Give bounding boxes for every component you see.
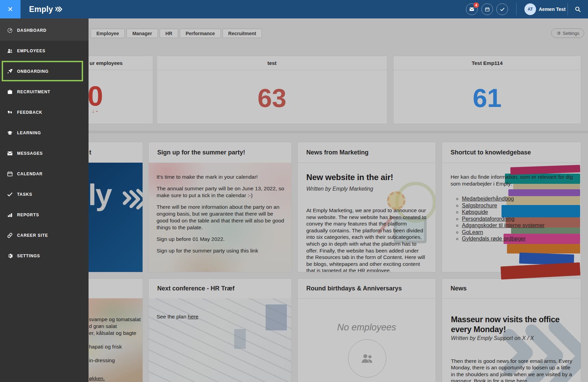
sidebar-item-label: MESSAGES — [17, 151, 43, 156]
sidebar-item-reports[interactable]: REPORTS — [0, 205, 89, 225]
graduation-cap-icon — [7, 130, 13, 136]
sidebar-item-label: RECRUITMENT — [17, 90, 50, 94]
sidebar-item-label: ONBOARDING — [17, 69, 49, 74]
sidebar-item-tasks[interactable]: TASKS — [0, 184, 89, 205]
sidebar-item-label: CAREER SITE — [17, 233, 48, 238]
calendar-button[interactable] — [481, 3, 493, 15]
close-icon: ✕ — [8, 5, 13, 13]
sidebar-item-dashboard[interactable]: DASHBOARD — [0, 18, 89, 41]
avatar[interactable]: AT — [524, 3, 536, 15]
sidebar-item-label: REPORTS — [17, 213, 39, 217]
sidebar-item-career-site[interactable]: CAREER SITE — [0, 225, 89, 246]
sidebar-item-calendar[interactable]: CALENDAR — [0, 164, 89, 184]
sidebar-item-recruitment[interactable]: RECRUITMENT — [0, 82, 89, 102]
envelope-icon — [7, 150, 13, 156]
sidebar-menu: DASHBOARD EMPLOYEES ONBOARDING RECRUITME… — [0, 18, 89, 382]
sidebar-item-label: SETTINGS — [17, 254, 40, 258]
app-window: Employee Manager HR Performance Recruitm… — [0, 0, 588, 382]
briefcase-icon — [7, 89, 13, 95]
menu-close-button[interactable]: ✕ — [0, 0, 21, 18]
sidebar-item-settings[interactable]: SETTINGS — [0, 246, 89, 266]
envelope-icon — [469, 6, 475, 12]
sidebar-item-onboarding[interactable]: ONBOARDING — [0, 61, 89, 82]
employees-icon — [7, 48, 13, 54]
notification-badge: 4 — [473, 2, 479, 8]
sidebar-item-label: CALENDAR — [17, 172, 43, 176]
gear-icon — [7, 253, 13, 259]
topbar-divider — [516, 3, 517, 15]
sidebar-item-label: FEEDBACK — [17, 110, 42, 115]
bar-chart-icon — [7, 212, 13, 218]
search-button[interactable] — [574, 6, 581, 13]
brand-logo[interactable]: Emply — [29, 0, 62, 18]
sidebar-item-label: EMPLOYEES — [17, 49, 45, 53]
search-icon — [574, 6, 581, 13]
user-menu[interactable]: Aemen Test — [539, 0, 565, 18]
topbar-divider — [567, 3, 568, 15]
checkmark-icon — [7, 191, 13, 197]
brand-logo-text: Emply — [29, 5, 53, 14]
checkmark-icon — [500, 7, 505, 12]
link-icon — [7, 232, 13, 238]
sidebar-item-label: LEARNING — [17, 131, 41, 135]
sidebar-item-employees[interactable]: EMPLOYEES — [0, 41, 89, 61]
dashboard-icon — [7, 27, 13, 33]
avatar-initials: AT — [527, 7, 533, 12]
calendar-icon — [485, 7, 490, 12]
sidebar-item-label: TASKS — [17, 192, 32, 197]
top-bar: ✕ Emply 4 AT Aemen Test — [0, 0, 588, 18]
sidebar-item-learning[interactable]: LEARNING — [0, 123, 89, 143]
sidebar-item-feedback[interactable]: FEEDBACK — [0, 102, 89, 123]
sidebar-item-label: DASHBOARD — [17, 28, 46, 33]
emply-mark-icon — [55, 6, 62, 13]
rocket-icon — [7, 68, 13, 74]
messages-button[interactable]: 4 — [466, 3, 478, 15]
calendar-icon — [7, 171, 13, 177]
tasks-button[interactable] — [496, 3, 508, 15]
user-name-label: Aemen Test — [539, 6, 565, 12]
sidebar-item-messages[interactable]: MESSAGES — [0, 143, 89, 164]
feedback-quotes-icon — [7, 109, 13, 115]
